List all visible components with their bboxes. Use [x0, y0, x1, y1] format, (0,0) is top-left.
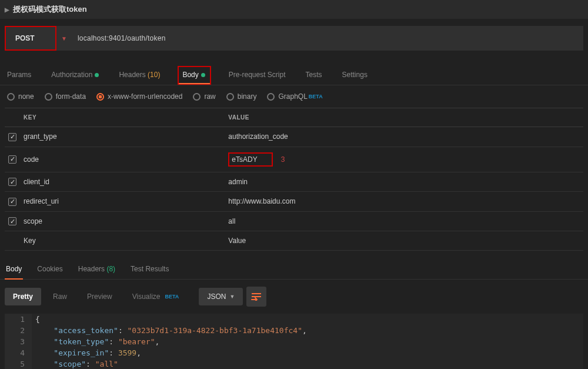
param-key[interactable]: client_id: [20, 172, 225, 192]
response-toolbar: Pretty Raw Preview VisualizeBETA JSON ▼: [0, 280, 588, 314]
param-key[interactable]: scope: [20, 211, 225, 231]
raw-button[interactable]: Raw: [45, 288, 75, 305]
tab-headers-label: Headers: [119, 71, 145, 79]
table-row: redirect_urihttp://www.baidu.com: [5, 192, 583, 212]
table-row: client_idadmin: [5, 172, 583, 192]
chevron-right-icon: ▶: [5, 6, 9, 13]
body-type-raw-label: raw: [204, 92, 215, 101]
params-table: KEY VALUE grant_typeauthorization_codeco…: [5, 108, 583, 251]
tab-headers[interactable]: Headers (10): [116, 66, 162, 85]
tab-prerequest[interactable]: Pre-request Script: [226, 66, 288, 85]
resp-tab-cookies[interactable]: Cookies: [36, 261, 64, 279]
param-key[interactable]: redirect_uri: [20, 192, 225, 212]
tab-body[interactable]: Body: [178, 66, 211, 85]
row-checkbox[interactable]: [8, 198, 16, 206]
row-checkbox[interactable]: [8, 178, 16, 186]
body-type-row: none form-data x-www-form-urlencoded raw…: [0, 85, 588, 108]
chevron-down-icon[interactable]: ▼: [56, 35, 72, 42]
annotation-label: 3: [281, 155, 285, 164]
table-row: scopeall: [5, 211, 583, 231]
request-title: 授权码模式获取token: [13, 4, 87, 15]
body-type-none[interactable]: none: [7, 92, 34, 101]
resp-tab-body[interactable]: Body: [5, 261, 23, 279]
wrap-lines-button[interactable]: [246, 287, 266, 307]
http-method-select[interactable]: POST: [6, 27, 55, 49]
resp-tab-headers-label: Headers: [78, 265, 105, 273]
body-type-graphql[interactable]: GraphQLBETA: [267, 92, 322, 101]
col-key: KEY: [20, 108, 225, 127]
body-type-binary-label: binary: [238, 92, 257, 101]
row-checkbox[interactable]: [8, 155, 16, 164]
lang-select[interactable]: JSON ▼: [199, 288, 243, 305]
visualize-label: Visualize: [132, 292, 161, 301]
body-type-raw[interactable]: raw: [193, 92, 215, 101]
table-row: grant_typeauthorization_code: [5, 127, 583, 147]
resp-tab-headers[interactable]: Headers (8): [77, 261, 116, 279]
beta-badge: BETA: [309, 94, 323, 99]
response-tabs: Body Cookies Headers (8) Test Results: [0, 255, 588, 280]
tab-authorization[interactable]: Authorization: [49, 66, 101, 85]
table-row: codeeTsADY3: [5, 147, 583, 172]
param-value[interactable]: admin: [225, 172, 583, 192]
body-type-binary[interactable]: binary: [226, 92, 257, 101]
param-value[interactable]: authorization_code: [225, 127, 583, 147]
resp-tab-headers-count: (8): [106, 265, 115, 273]
param-key[interactable]: code: [20, 147, 225, 172]
tab-authorization-label: Authorization: [51, 71, 92, 79]
param-value[interactable]: http://www.baidu.com: [225, 192, 583, 212]
tab-tests[interactable]: Tests: [303, 66, 325, 85]
body-type-none-label: none: [18, 92, 34, 101]
table-row-placeholder[interactable]: KeyValue: [5, 231, 583, 251]
beta-badge: BETA: [165, 294, 179, 300]
row-checkbox[interactable]: [8, 217, 16, 225]
tab-body-label: Body: [182, 71, 198, 79]
tab-params[interactable]: Params: [5, 66, 34, 85]
body-type-formdata[interactable]: form-data: [45, 92, 86, 101]
row-checkbox[interactable]: [8, 133, 16, 141]
col-value: VALUE: [225, 108, 583, 127]
status-dot-icon: [95, 73, 99, 77]
response-body[interactable]: 1{2 "access_token": "0323b7d1-319a-4822-…: [5, 314, 583, 369]
body-type-graphql-label: GraphQL: [278, 92, 307, 101]
lang-label: JSON: [207, 292, 226, 301]
request-tabs: Params Authorization Headers (10) Body P…: [0, 66, 588, 85]
url-input[interactable]: localhost:9401/oauth/token: [72, 34, 583, 42]
body-type-urlencoded[interactable]: x-www-form-urlencoded: [96, 92, 182, 101]
preview-button[interactable]: Preview: [79, 288, 121, 305]
request-line: POST ▼ localhost:9401/oauth/token: [5, 26, 583, 51]
visualize-button[interactable]: VisualizeBETA: [124, 288, 188, 305]
tab-settings[interactable]: Settings: [340, 66, 370, 85]
param-key[interactable]: grant_type: [20, 127, 225, 147]
chevron-down-icon: ▼: [229, 294, 235, 300]
status-dot-icon: [201, 73, 205, 77]
pretty-button[interactable]: Pretty: [5, 288, 41, 305]
request-header: ▶ 授权码模式获取token: [0, 0, 588, 19]
tab-headers-count: (10): [148, 71, 160, 79]
resp-tab-tests[interactable]: Test Results: [129, 261, 170, 279]
param-value[interactable]: eTsADY3: [225, 147, 583, 172]
param-value[interactable]: all: [225, 211, 583, 231]
body-type-formdata-label: form-data: [56, 92, 86, 101]
body-type-urlencoded-label: x-www-form-urlencoded: [108, 92, 182, 101]
